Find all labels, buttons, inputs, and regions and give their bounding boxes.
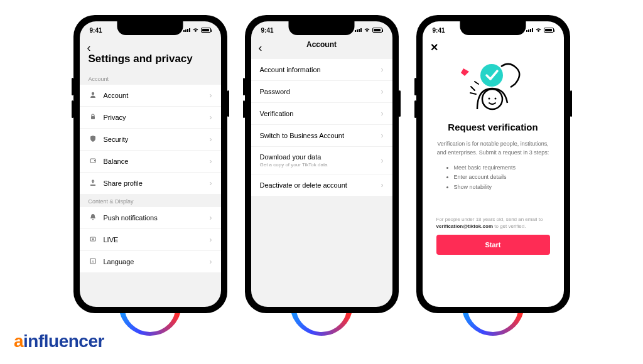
note-part: For people under 18 years old, send an e…: [436, 217, 543, 222]
row-label: Account information: [260, 66, 381, 73]
chevron-right-icon: ›: [210, 135, 212, 144]
row-push-notifications[interactable]: Push notifications ›: [80, 207, 221, 229]
close-icon[interactable]: ✕: [430, 41, 438, 53]
row-account-information[interactable]: Account information›: [251, 59, 392, 81]
step-number: 2: [317, 314, 326, 334]
list-account: Account › Privacy › Securi: [80, 85, 221, 194]
phone-frame: 9:41 ‹ Account Account information›: [245, 15, 399, 313]
verification-illustration: [452, 54, 534, 117]
notch: [460, 21, 526, 35]
page-title: Account: [260, 40, 384, 49]
brand-a: a: [14, 331, 23, 351]
row-live[interactable]: LIVE ›: [80, 229, 221, 251]
row-account[interactable]: Account ›: [80, 85, 221, 107]
row-switch-business[interactable]: Switch to Business Account›: [251, 125, 392, 147]
row-label: Download your data Get a copy of your Ti…: [260, 153, 381, 168]
status-right: [355, 27, 382, 33]
verify-note: For people under 18 years old, send an e…: [436, 216, 550, 230]
row-share-profile[interactable]: Share profile ›: [80, 173, 221, 194]
wifi-icon: [192, 27, 199, 33]
status-time: 9:41: [433, 27, 445, 34]
verify-steps: Meet basic requirements Enter account de…: [436, 163, 550, 192]
chevron-right-icon: ›: [210, 179, 212, 188]
row-password[interactable]: Password›: [251, 81, 392, 103]
row-verification[interactable]: Verification›: [251, 103, 392, 125]
phone-frame: 9:41 ✕: [416, 15, 570, 313]
header: ‹ Settings and privacy: [80, 39, 221, 72]
chevron-right-icon: ›: [210, 157, 212, 166]
row-download-data[interactable]: Download your data Get a copy of your Ti…: [251, 147, 392, 174]
row-balance[interactable]: Balance ›: [80, 151, 221, 173]
svg-rect-3: [94, 160, 95, 161]
wifi-icon: [535, 27, 542, 33]
volume-buttons: [72, 78, 73, 95]
row-label: Language: [104, 258, 210, 265]
row-label: Deactivate or delete account: [260, 181, 381, 189]
notch: [117, 21, 183, 35]
live-icon: [89, 235, 97, 244]
brand-rest: influencer: [23, 331, 104, 351]
battery-icon: [201, 28, 211, 33]
step-number: 3: [489, 314, 497, 334]
volume-buttons: [414, 78, 416, 95]
signal-icon: [183, 28, 190, 32]
row-label: Account: [104, 92, 210, 99]
back-icon[interactable]: ‹: [259, 41, 262, 55]
row-subtext: Get a copy of your TikTok data: [260, 162, 381, 168]
chevron-right-icon: ›: [210, 235, 212, 244]
svg-point-11: [489, 98, 490, 100]
row-deactivate[interactable]: Deactivate or delete account›: [251, 174, 392, 196]
volume-buttons: [243, 78, 245, 95]
note-part: to get verified.: [494, 223, 526, 229]
svg-point-9: [480, 64, 503, 87]
step-item: Show notability: [454, 183, 550, 192]
row-label: Security: [104, 136, 210, 143]
power-button: [399, 90, 401, 117]
signal-icon: [526, 28, 533, 32]
phone-2: 9:41 ‹ Account Account information›: [245, 15, 399, 313]
language-icon: A: [89, 257, 97, 266]
status-time: 9:41: [90, 27, 102, 34]
person-icon: [89, 91, 97, 100]
signal-icon: [355, 28, 362, 32]
chevron-right-icon: ›: [381, 181, 384, 190]
row-security[interactable]: Security ›: [80, 129, 221, 151]
row-label: Push notifications: [104, 214, 210, 222]
battery-icon: [544, 28, 554, 33]
note-email: verification@tiktok.com: [436, 223, 494, 229]
wifi-icon: [364, 27, 370, 33]
balance-icon: [89, 157, 97, 166]
row-language[interactable]: A Language ›: [80, 251, 221, 272]
screen-settings: 9:41 ‹ Settings and privacy Account: [80, 21, 221, 307]
verify-description: Verification is for notable people, inst…: [436, 140, 550, 157]
chevron-right-icon: ›: [381, 131, 384, 140]
row-label: Verification: [260, 110, 381, 117]
start-button[interactable]: Start: [436, 235, 550, 255]
chevron-right-icon: ›: [381, 65, 384, 74]
svg-text:A: A: [91, 260, 94, 264]
status-right: [183, 27, 211, 33]
row-label: LIVE: [104, 236, 210, 244]
section-label-content: Content & Display: [80, 194, 221, 207]
header: ✕: [423, 39, 564, 46]
chevron-right-icon: ›: [210, 213, 212, 222]
row-label: Balance: [104, 158, 210, 165]
power-button: [570, 90, 572, 117]
brand-logo: ainfluencer: [14, 331, 104, 351]
svg-marker-8: [461, 68, 469, 76]
row-text: Download your data: [260, 153, 322, 161]
svg-point-12: [495, 98, 497, 100]
row-label: Password: [260, 88, 381, 95]
phone-row: 9:41 ‹ Settings and privacy Account: [0, 0, 643, 313]
bell-icon: [89, 213, 97, 222]
page-title: Settings and privacy: [89, 53, 212, 65]
step-item: Enter account details: [454, 173, 550, 182]
lock-icon: [89, 113, 97, 122]
chevron-right-icon: ›: [381, 156, 384, 165]
svg-point-0: [91, 92, 94, 95]
list-content: Push notifications › LIVE › A: [80, 207, 221, 272]
notch: [289, 21, 355, 35]
status-time: 9:41: [261, 27, 274, 34]
row-privacy[interactable]: Privacy ›: [80, 107, 221, 129]
back-icon[interactable]: ‹: [87, 41, 91, 55]
